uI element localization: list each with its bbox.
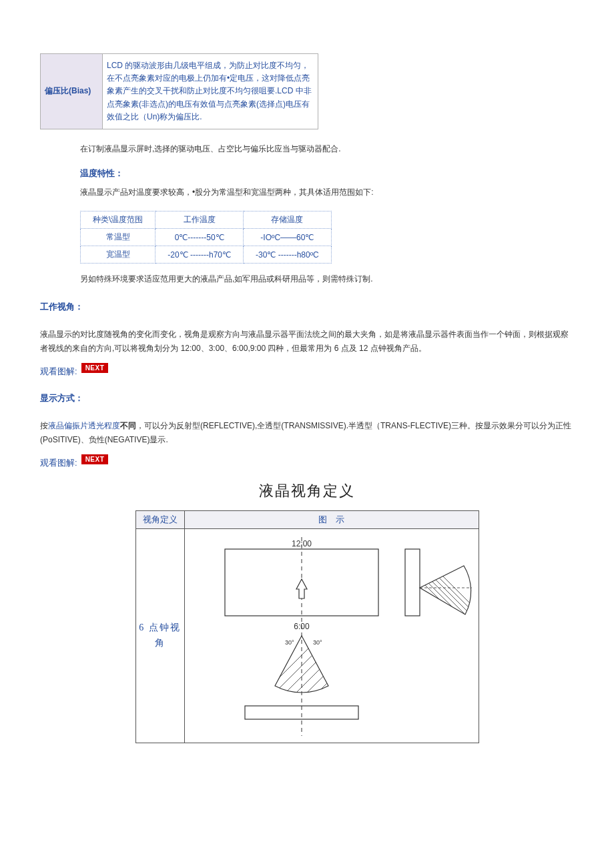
svg-text:30°: 30° xyxy=(313,639,322,646)
temp-cell: 0℃-------50℃ xyxy=(156,229,244,246)
diagram-row-label: 6 点钟视角 xyxy=(135,528,184,743)
temp-cell: -IOºC——60℃ xyxy=(244,229,332,246)
bias-table: 偏压比(Bias) LCD 的驱动波形由几级电平组成，为防止对比度不均匀，在不点… xyxy=(40,53,318,129)
svg-line-6 xyxy=(281,645,354,719)
table-row: 宽温型 -20℃ -------h70℃ -30℃ -------h80ºC xyxy=(81,246,332,264)
svg-line-14 xyxy=(418,568,479,628)
temperature-note: 另如特殊环境要求适应范用更大的液晶产品,如军用品或科研用品等，则需特殊订制. xyxy=(80,273,534,286)
bias-description: LCD 的驱动波形由几级电平组成，为防止对比度不均匀，在不点亮象素对应的电极上仍… xyxy=(103,54,318,129)
view-diagram-label: 观看图解: xyxy=(40,363,77,378)
display-desc-bold: 不同 xyxy=(120,421,136,430)
svg-text:30°: 30° xyxy=(285,639,294,646)
svg-line-4 xyxy=(276,640,349,713)
temp-cell: 常温型 xyxy=(81,229,156,246)
diagram-6-oclock: 12:00 6:00 xyxy=(185,529,479,743)
temperature-desc: 液晶显示产品对温度要求较高，•股分为常温型和宽温型两种，其具体适用范围如下: xyxy=(80,186,534,199)
svg-line-7 xyxy=(286,650,360,724)
temperature-table: 种类\温度范围 工作温度 存储温度 常温型 0℃-------50℃ -IOºC… xyxy=(80,211,332,264)
diagram-col-header-right: 图 示 xyxy=(184,510,479,528)
bias-label: 偏压比(Bias) xyxy=(41,54,103,129)
table-row: 常温型 0℃-------50℃ -IOºC——60℃ xyxy=(81,229,332,246)
svg-line-5 xyxy=(260,624,333,697)
viewing-angle-title: 工作视角： xyxy=(40,301,574,313)
viewing-angle-diagram-table: 视角定义 图 示 6 点钟视角 12:00 xyxy=(135,510,479,743)
temp-header-type: 种类\温度范围 xyxy=(81,211,156,229)
display-mode-desc: 按液品偏振片透光程度不同，可以分为反射型(REFLECTIVE),全透型(TRA… xyxy=(40,419,574,448)
diagram-col-header-left: 视角定义 xyxy=(135,510,184,528)
display-mode-title: 显示方式： xyxy=(40,392,574,404)
label-600: 6:00 xyxy=(294,622,310,631)
temp-header-storage: 存储温度 xyxy=(244,211,332,229)
temp-cell: 宽温型 xyxy=(81,246,156,264)
table-header-row: 种类\温度范围 工作温度 存储温度 xyxy=(81,211,332,229)
view-diagram-row: 观看图解: NEXT xyxy=(40,454,574,469)
bias-followup-text: 在订制液晶显示屏时,选择的驱动电压、占空比与偏乐比应当与驱动器配合. xyxy=(80,143,534,155)
next-button[interactable]: NEXT xyxy=(81,454,109,464)
next-button[interactable]: NEXT xyxy=(81,363,109,373)
view-diagram-row: 观看图解: NEXT xyxy=(40,363,574,378)
label-1200: 12:00 xyxy=(291,539,311,548)
svg-rect-12 xyxy=(405,549,420,616)
view-diagram-label: 观看图解: xyxy=(40,454,77,469)
temp-header-operating: 工作温度 xyxy=(156,211,244,229)
temperature-title: 温度特性： xyxy=(80,167,534,179)
temp-cell: -20℃ -------h70℃ xyxy=(156,246,244,264)
display-desc-prefix: 按 xyxy=(40,421,48,430)
viewing-angle-svg: 12:00 6:00 xyxy=(185,529,479,743)
temp-cell: -30℃ -------h80ºC xyxy=(244,246,332,264)
display-desc-blue: 液品偏振片透光程度 xyxy=(48,421,120,430)
viewing-angle-desc: 液晶显示的对比度随视角的变化而变化，视角是观察方向与液晶显示器平面法统之间的最大… xyxy=(40,328,574,356)
diagram-heading: 液晶视角定义 xyxy=(40,481,574,501)
